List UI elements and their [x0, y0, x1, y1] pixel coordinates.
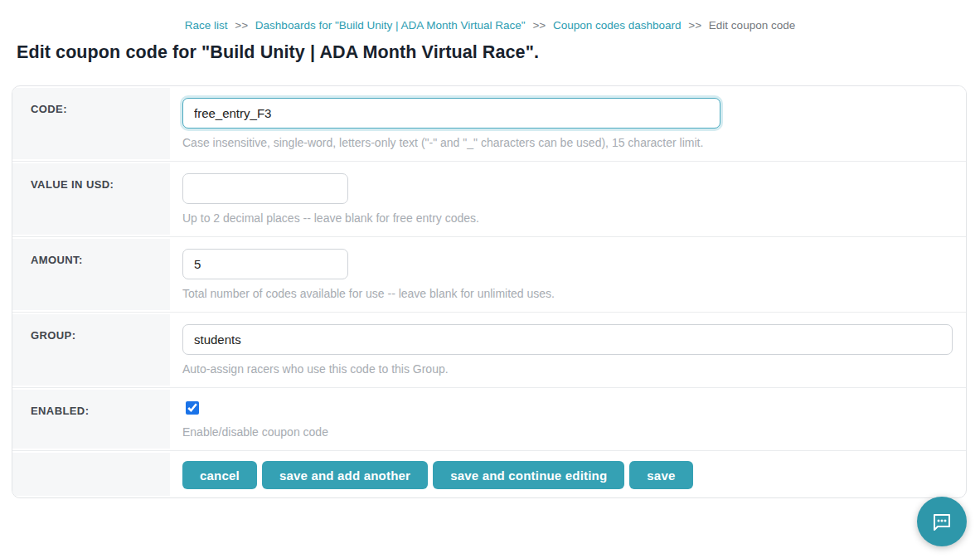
amount-label: AMOUNT: — [12, 239, 170, 274]
breadcrumb-link-race-list[interactable]: Race list — [185, 19, 228, 32]
breadcrumb-separator: >> — [235, 19, 248, 32]
form-row-code: CODE: Case insensitive, single-word, let… — [12, 86, 966, 161]
breadcrumb-separator: >> — [532, 19, 546, 32]
breadcrumb-separator: >> — [688, 19, 701, 32]
form-row-value-in-usd: VALUE IN USD: Up to 2 decimal places -- … — [12, 161, 966, 236]
form-row-group: GROUP: Auto-assign racers who use this c… — [12, 312, 966, 387]
breadcrumb-link-coupon-codes-dashboard[interactable]: Coupon codes dashboard — [553, 19, 682, 32]
amount-input[interactable] — [182, 249, 348, 279]
chat-bubble-icon — [930, 510, 953, 533]
form-row-actions: cancel save and add another save and con… — [12, 450, 966, 497]
group-input[interactable] — [182, 324, 953, 355]
enabled-help-text: Enable/disable coupon code — [182, 425, 951, 439]
value-in-usd-input[interactable] — [182, 173, 348, 204]
group-label: GROUP: — [12, 314, 170, 350]
enabled-label: ENABLED: — [12, 390, 170, 425]
value-in-usd-label: VALUE IN USD: — [12, 163, 170, 199]
save-and-continue-editing-button[interactable]: save and continue editing — [433, 461, 624, 489]
form-row-enabled: ENABLED: Enable/disable coupon code — [12, 387, 966, 450]
save-button[interactable]: save — [629, 461, 692, 489]
breadcrumb: Race list >> Dashboards for "Build Unity… — [0, 0, 980, 32]
form-row-amount: AMOUNT: Total number of codes available … — [12, 236, 966, 312]
save-and-add-another-button[interactable]: save and add another — [262, 461, 428, 489]
page-title: Edit coupon code for "Build Unity | ADA … — [17, 42, 980, 63]
code-help-text: Case insensitive, single-word, letters-o… — [182, 136, 951, 149]
value-in-usd-help-text: Up to 2 decimal places -- leave blank fo… — [182, 211, 951, 225]
chat-button[interactable] — [917, 497, 967, 546]
group-help-text: Auto-assign racers who use this code to … — [182, 362, 953, 376]
coupon-code-form: CODE: Case insensitive, single-word, let… — [12, 85, 967, 498]
code-label: CODE: — [12, 88, 170, 124]
enabled-checkbox[interactable] — [186, 401, 199, 415]
breadcrumb-link-dashboards[interactable]: Dashboards for "Build Unity | ADA Month … — [255, 19, 526, 32]
cancel-button[interactable]: cancel — [182, 461, 257, 489]
code-input[interactable] — [182, 98, 720, 129]
breadcrumb-current-page: Edit coupon code — [709, 19, 795, 32]
amount-help-text: Total number of codes available for use … — [182, 287, 951, 300]
